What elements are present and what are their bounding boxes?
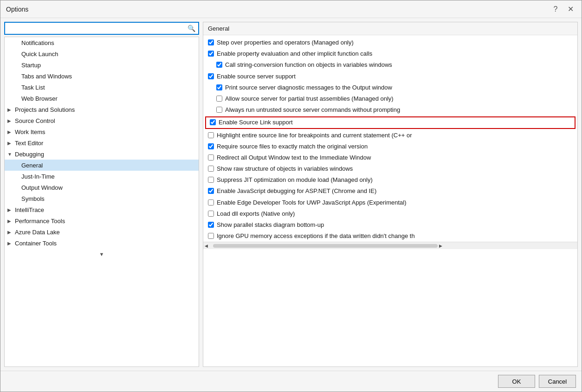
checkbox-show-parallel[interactable] bbox=[208, 222, 214, 228]
chevron-right-icon bbox=[7, 118, 14, 123]
horizontal-scrollbar[interactable]: ◀ ▶ bbox=[203, 242, 577, 249]
left-panel: 🔍 Notifications Quick Launch Startup Tab… bbox=[4, 22, 199, 367]
checkbox-item-enable-source-link: Enable Source Link support bbox=[205, 116, 576, 129]
checkbox-item-enable-js-debug: Enable JavaScript debugging for ASP.NET … bbox=[203, 186, 577, 197]
checkbox-enable-edge-dev[interactable] bbox=[208, 199, 214, 206]
scroll-left-btn[interactable]: ◀ bbox=[203, 244, 209, 248]
checkbox-highlight-source-line[interactable] bbox=[208, 132, 214, 138]
checkbox-enable-source-link[interactable] bbox=[210, 119, 216, 125]
checkbox-label-require-source-match: Require source files to exactly match th… bbox=[217, 142, 368, 151]
checkbox-item-step-over: Step over properties and operators (Mana… bbox=[203, 37, 577, 48]
tree-item-performance-tools[interactable]: Performance Tools bbox=[5, 215, 199, 226]
checkbox-enable-source-server[interactable] bbox=[208, 73, 214, 79]
checkbox-show-raw-structure[interactable] bbox=[208, 166, 214, 172]
tree-item-notifications[interactable]: Notifications bbox=[5, 37, 199, 48]
checkbox-item-redirect-output: Redirect all Output Window text to the I… bbox=[203, 152, 577, 163]
search-input[interactable] bbox=[5, 24, 185, 33]
checkbox-ignore-gpu[interactable] bbox=[208, 233, 214, 239]
tree-item-source-control[interactable]: Source Control bbox=[5, 115, 199, 126]
tree-item-container-tools[interactable]: Container Tools bbox=[5, 238, 199, 249]
checkbox-redirect-output[interactable] bbox=[208, 154, 214, 161]
checkbox-label-enable-edge-dev: Enable Edge Developer Tools for UWP Java… bbox=[217, 199, 407, 207]
title-bar: Options ? ✕ bbox=[0, 0, 582, 18]
checkbox-call-string-conv[interactable] bbox=[216, 62, 222, 68]
scroll-thumb[interactable] bbox=[213, 244, 438, 248]
tree-item-task-list[interactable]: Task List bbox=[5, 82, 199, 93]
dialog-title: Options bbox=[6, 6, 28, 13]
tree-item-web-browser[interactable]: Web Browser bbox=[5, 93, 199, 104]
tree-container[interactable]: Notifications Quick Launch Startup Tabs … bbox=[4, 37, 199, 367]
checkbox-label-show-raw-structure: Show raw structure of objects in variabl… bbox=[217, 165, 353, 173]
checkbox-enable-js-debug[interactable] bbox=[208, 188, 214, 194]
checkbox-item-suppress-jit: Suppress JIT optimization on module load… bbox=[203, 174, 577, 186]
checkbox-label-print-source-diag: Print source server diagnostic messages … bbox=[225, 84, 392, 92]
tree-item-text-editor[interactable]: Text Editor bbox=[5, 137, 199, 148]
checkbox-item-call-string-conv: Call string-conversion function on objec… bbox=[203, 59, 577, 71]
ok-button[interactable]: OK bbox=[498, 375, 535, 388]
checkbox-print-source-diag[interactable] bbox=[216, 84, 222, 90]
tree-item-debugging[interactable]: Debugging bbox=[5, 148, 199, 160]
checkbox-item-enable-prop-eval: Enable property evaluation and other imp… bbox=[203, 48, 577, 59]
checkbox-allow-partial-trust[interactable] bbox=[216, 96, 222, 102]
right-panel-header: General bbox=[203, 22, 577, 35]
chevron-right-icon bbox=[7, 218, 14, 224]
checkbox-label-load-dll-exports: Load dll exports (Native only) bbox=[217, 210, 295, 218]
tree-item-quick-launch[interactable]: Quick Launch bbox=[5, 48, 199, 59]
tree-item-azure-data-lake[interactable]: Azure Data Lake bbox=[5, 226, 199, 238]
checkbox-label-allow-partial-trust: Allow source server for partial trust as… bbox=[225, 95, 394, 103]
tree-item-work-items[interactable]: Work Items bbox=[5, 126, 199, 137]
checkbox-enable-prop-eval[interactable] bbox=[208, 51, 214, 57]
tree-item-projects-solutions[interactable]: Projects and Solutions bbox=[5, 104, 199, 115]
chevron-right-icon bbox=[7, 241, 14, 246]
checkbox-item-allow-partial-trust: Allow source server for partial trust as… bbox=[203, 93, 577, 104]
tree-scroll-down: ▼ bbox=[5, 249, 199, 260]
right-panel-content[interactable]: Step over properties and operators (Mana… bbox=[203, 35, 577, 366]
options-dialog: Options ? ✕ 🔍 Notifications Quick Launch bbox=[0, 0, 582, 392]
checkbox-item-always-run-untrusted: Always run untrusted source server comma… bbox=[203, 104, 577, 116]
chevron-right-icon bbox=[7, 141, 14, 146]
search-box: 🔍 bbox=[4, 22, 199, 35]
checkbox-always-run-untrusted[interactable] bbox=[216, 107, 222, 113]
tree-item-startup[interactable]: Startup bbox=[5, 59, 199, 71]
checkbox-item-show-raw-structure: Show raw structure of objects in variabl… bbox=[203, 163, 577, 174]
tree-item-symbols[interactable]: Symbols bbox=[5, 193, 199, 204]
tree-item-tabs-windows[interactable]: Tabs and Windows bbox=[5, 71, 199, 82]
title-bar-buttons: ? ✕ bbox=[550, 4, 576, 15]
chevron-down-icon bbox=[7, 152, 14, 157]
scroll-right-btn[interactable]: ▶ bbox=[438, 244, 444, 248]
tree-item-just-in-time[interactable]: Just-In-Time bbox=[5, 171, 199, 182]
checkbox-step-over[interactable] bbox=[208, 39, 214, 45]
checkbox-item-enable-source-server: Enable source server support bbox=[203, 71, 577, 82]
checkbox-require-source-match[interactable] bbox=[208, 143, 214, 149]
close-button[interactable]: ✕ bbox=[565, 4, 576, 15]
checkbox-label-always-run-untrusted: Always run untrusted source server comma… bbox=[225, 106, 400, 114]
search-button[interactable]: 🔍 bbox=[185, 24, 198, 33]
checkbox-label-enable-js-debug: Enable JavaScript debugging for ASP.NET … bbox=[217, 187, 376, 195]
checkbox-load-dll-exports[interactable] bbox=[208, 211, 214, 217]
tree-item-intellitrace[interactable]: IntelliTrace bbox=[5, 204, 199, 215]
checkbox-label-step-over: Step over properties and operators (Mana… bbox=[217, 39, 354, 47]
checkbox-label-ignore-gpu: Ignore GPU memory access exceptions if t… bbox=[217, 232, 415, 240]
checkbox-item-highlight-source-line: Highlight entire source line for breakpo… bbox=[203, 130, 577, 141]
checkbox-list: Step over properties and operators (Mana… bbox=[203, 37, 577, 242]
checkbox-item-print-source-diag: Print source server diagnostic messages … bbox=[203, 82, 577, 93]
checkbox-item-load-dll-exports: Load dll exports (Native only) bbox=[203, 208, 577, 219]
right-panel: General Step over properties and operato… bbox=[203, 22, 578, 367]
tree-item-output-window[interactable]: Output Window bbox=[5, 182, 199, 193]
checkbox-label-redirect-output: Redirect all Output Window text to the I… bbox=[217, 154, 371, 162]
checkbox-label-enable-source-server: Enable source server support bbox=[217, 72, 296, 81]
chevron-right-icon bbox=[7, 207, 14, 212]
checkbox-label-highlight-source-line: Highlight entire source line for breakpo… bbox=[217, 131, 412, 140]
checkbox-item-enable-edge-dev: Enable Edge Developer Tools for UWP Java… bbox=[203, 197, 577, 208]
checkbox-item-require-source-match: Require source files to exactly match th… bbox=[203, 141, 577, 152]
checkbox-suppress-jit[interactable] bbox=[208, 177, 214, 183]
checkbox-item-ignore-gpu: Ignore GPU memory access exceptions if t… bbox=[203, 231, 577, 242]
tree-item-general[interactable]: General bbox=[5, 160, 199, 171]
checkbox-item-show-parallel: Show parallel stacks diagram bottom-up bbox=[203, 219, 577, 231]
checkbox-label-enable-prop-eval: Enable property evaluation and other imp… bbox=[217, 50, 372, 58]
cancel-button[interactable]: Cancel bbox=[539, 375, 576, 388]
checkbox-label-enable-source-link: Enable Source Link support bbox=[219, 118, 293, 127]
dialog-footer: OK Cancel bbox=[0, 371, 582, 392]
help-button[interactable]: ? bbox=[550, 4, 561, 15]
chevron-right-icon bbox=[7, 230, 14, 235]
